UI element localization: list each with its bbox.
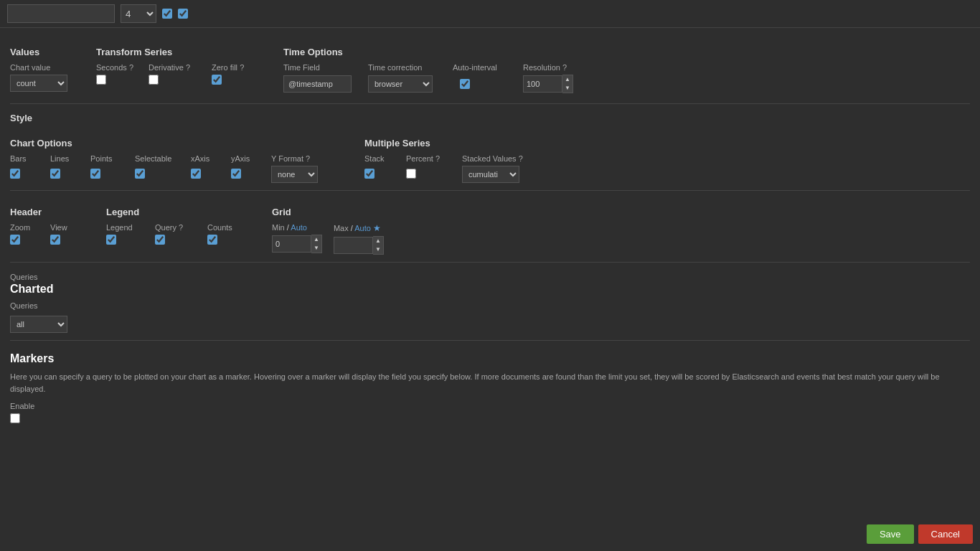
legend-label: Legend bbox=[106, 223, 142, 232]
bottom-buttons: Save Cancel bbox=[867, 524, 973, 544]
stack-checkbox[interactable] bbox=[364, 169, 374, 179]
multiple-series-section: Multiple Series Stack Percent ? Stacked … bbox=[364, 129, 527, 183]
top-text-input[interactable] bbox=[7, 4, 115, 23]
divider-3 bbox=[10, 262, 970, 263]
xaxis-checkbox[interactable] bbox=[191, 169, 201, 179]
divider-1 bbox=[10, 103, 970, 104]
zero-fill-checkbox[interactable] bbox=[212, 75, 222, 85]
time-correction-select[interactable]: browser UTC local bbox=[368, 75, 433, 93]
query-checkbox[interactable] bbox=[155, 235, 165, 245]
grid-min-field: Min / Auto ▲ ▼ bbox=[272, 223, 322, 253]
auto-interval-label: Auto-interval bbox=[453, 63, 497, 72]
zoom-checkbox[interactable] bbox=[10, 235, 20, 245]
queries-select[interactable]: all bbox=[10, 316, 67, 333]
seconds-help-icon[interactable]: ? bbox=[129, 63, 133, 72]
top-checkbox-1[interactable] bbox=[162, 9, 172, 19]
style-title: Style bbox=[10, 113, 970, 123]
min-label: Min bbox=[272, 223, 285, 232]
legend-title: Legend bbox=[106, 207, 243, 217]
top-number-select[interactable]: 4 8 12 bbox=[121, 4, 156, 23]
save-button[interactable]: Save bbox=[867, 524, 914, 544]
resolution-help-icon[interactable]: ? bbox=[562, 63, 567, 72]
selectable-checkbox[interactable] bbox=[135, 169, 145, 179]
transform-title: Transform Series bbox=[96, 47, 255, 57]
yaxis-label: yAxis bbox=[231, 154, 258, 163]
resolution-input[interactable] bbox=[523, 75, 562, 93]
percent-label: Percent bbox=[406, 154, 433, 163]
queries-label: Queries bbox=[10, 301, 970, 310]
yformat-select[interactable]: none bytes short bbox=[271, 166, 318, 183]
min-auto-link[interactable]: Auto bbox=[291, 223, 307, 232]
time-field-label: Time Field bbox=[283, 63, 320, 72]
selectable-label: Selectable bbox=[135, 154, 178, 163]
max-auto-link[interactable]: Auto bbox=[354, 224, 371, 232]
view-checkbox[interactable] bbox=[50, 235, 60, 245]
values-section: Values Chart value count avg sum min max bbox=[10, 38, 67, 93]
chart-value-select[interactable]: count avg sum min max bbox=[10, 75, 67, 92]
derivative-checkbox[interactable] bbox=[149, 75, 159, 85]
grid-max-input[interactable] bbox=[334, 237, 373, 254]
markers-title: Markers bbox=[10, 352, 970, 365]
bars-checkbox[interactable] bbox=[10, 169, 20, 179]
query-label: Query bbox=[155, 223, 176, 232]
stacked-values-label: Stacked Values bbox=[462, 154, 517, 163]
stacked-values-help-icon[interactable]: ? bbox=[519, 154, 523, 163]
time-options-title: Time Options bbox=[283, 47, 580, 57]
seconds-label: Seconds bbox=[96, 63, 127, 72]
resolution-label: Resolution bbox=[523, 63, 560, 72]
grid-min-up-button[interactable]: ▲ bbox=[311, 235, 321, 244]
divider-4 bbox=[10, 340, 970, 341]
header-title: Header bbox=[10, 207, 77, 217]
header-section: Header Zoom View bbox=[10, 198, 77, 247]
time-correction-label: Time correction bbox=[368, 63, 422, 72]
grid-max-down-button[interactable]: ▼ bbox=[373, 245, 383, 254]
cancel-button[interactable]: Cancel bbox=[918, 524, 973, 544]
zero-fill-label: Zero fill bbox=[212, 63, 237, 72]
grid-section: Grid Min / Auto ▲ ▼ bbox=[272, 198, 384, 255]
counts-checkbox[interactable] bbox=[207, 235, 217, 245]
values-title: Values bbox=[10, 47, 67, 57]
enable-label: Enable bbox=[10, 402, 970, 410]
auto-interval-checkbox[interactable] bbox=[460, 79, 470, 89]
stacked-values-select[interactable]: cumulati individual bbox=[462, 166, 519, 183]
grid-min-down-button[interactable]: ▼ bbox=[311, 244, 321, 253]
markers-section: Markers Here you can specify a query to … bbox=[10, 352, 970, 425]
queries-top-label: Queries bbox=[10, 273, 970, 281]
resolution-spinner: ▲ ▼ bbox=[523, 75, 580, 93]
time-field-input[interactable] bbox=[283, 75, 352, 93]
zero-fill-help-icon[interactable]: ? bbox=[240, 63, 244, 72]
zoom-label: Zoom bbox=[10, 223, 37, 232]
charted-title: Charted bbox=[10, 283, 970, 296]
derivative-label: Derivative bbox=[149, 63, 184, 72]
main-content: Values Chart value count avg sum min max… bbox=[0, 28, 980, 433]
grid-max-field: Max / Auto ★ ▲ ▼ bbox=[334, 223, 384, 255]
derivative-help-icon[interactable]: ? bbox=[186, 63, 190, 72]
grid-max-up-button[interactable]: ▲ bbox=[373, 237, 383, 245]
legend-checkbox[interactable] bbox=[106, 235, 116, 245]
seconds-checkbox[interactable] bbox=[96, 75, 106, 85]
resolution-down-button[interactable]: ▼ bbox=[562, 84, 573, 93]
view-label: View bbox=[50, 223, 77, 232]
chart-options-title: Chart Options bbox=[10, 138, 321, 149]
max-star-icon[interactable]: ★ bbox=[373, 223, 381, 233]
lines-checkbox[interactable] bbox=[50, 169, 60, 179]
xaxis-label: xAxis bbox=[191, 154, 218, 163]
points-checkbox[interactable] bbox=[90, 169, 100, 179]
percent-checkbox[interactable] bbox=[406, 169, 416, 179]
query-help-icon[interactable]: ? bbox=[179, 223, 183, 232]
markers-description: Here you can specify a query to be plott… bbox=[10, 371, 943, 395]
grid-min-input[interactable] bbox=[272, 235, 311, 253]
resolution-up-button[interactable]: ▲ bbox=[562, 75, 573, 84]
grid-title: Grid bbox=[272, 207, 384, 217]
top-checkbox-2[interactable] bbox=[178, 9, 188, 19]
enable-checkbox[interactable] bbox=[10, 413, 20, 423]
chart-options-section: Chart Options Bars Lines Points Selectab… bbox=[10, 129, 321, 183]
points-label: Points bbox=[90, 154, 122, 163]
lines-label: Lines bbox=[50, 154, 77, 163]
yaxis-checkbox[interactable] bbox=[231, 169, 241, 179]
top-bar: 4 8 12 bbox=[0, 0, 980, 28]
max-label: Max bbox=[334, 224, 349, 232]
yformat-help-icon[interactable]: ? bbox=[306, 154, 310, 163]
percent-help-icon[interactable]: ? bbox=[435, 154, 440, 163]
multiple-series-title: Multiple Series bbox=[364, 138, 527, 149]
